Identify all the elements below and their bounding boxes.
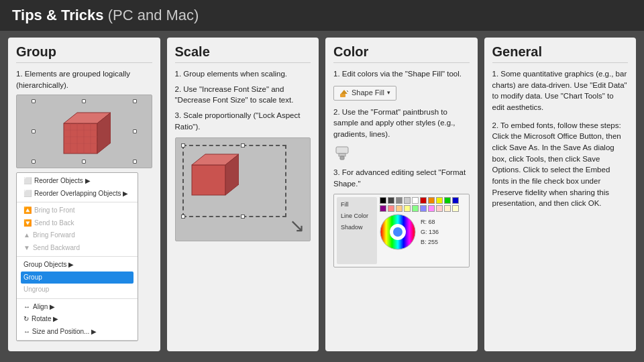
handle-tm: [82, 99, 86, 103]
svg-rect-10: [192, 165, 225, 195]
group-card: Group 1. Elements are grouped logically …: [8, 38, 160, 351]
menu-item-reorder-objects: ⬜ Reorder Objects ▶: [21, 175, 133, 188]
menu-section-reorder: ⬜ Reorder Objects ▶ ⬜ Reorder Overlappin…: [17, 173, 138, 202]
title-subtitle: (PC and Mac): [104, 7, 199, 23]
scale-text3: 3. Scale proportionally ("Lock Aspect Ra…: [175, 110, 311, 132]
scale-arrow-icon: ↘: [289, 217, 305, 235]
scale-image-preview: ↘: [175, 137, 311, 241]
paintbrush-wrapper: [333, 144, 470, 165]
menu-item-reorder-overlapping: ⬜ Reorder Overlapping Objects ▶: [21, 188, 133, 200]
handle-ml: [32, 129, 36, 133]
scale-text2: 2. Use "Increase Font Size" and "Decreas…: [175, 84, 311, 106]
group-card-body: 1. Elements are grouped logically (hiera…: [16, 68, 152, 345]
color-card-body: 1. Edit colors via the "Shape Fill" tool…: [333, 68, 470, 345]
svg-rect-0: [64, 123, 97, 154]
dialog-shadow-item: Shadow: [339, 222, 375, 233]
shape-fill-button[interactable]: Shape Fill ▾: [333, 86, 396, 101]
scale-handle-bl: [181, 215, 185, 219]
handle-tr: [133, 99, 137, 103]
svg-line-15: [347, 90, 348, 92]
dialog-sidebar: Fill Line Color Shadow: [337, 197, 377, 264]
dialog-fill-item: Fill: [339, 199, 375, 210]
color-card-title: Color: [333, 44, 470, 63]
shape-fill-btn-wrapper: Shape Fill ▾: [333, 84, 470, 104]
handle-tl: [32, 99, 36, 103]
group-card-title: Group: [16, 44, 152, 63]
menu-item-ungroup[interactable]: Ungroup: [21, 284, 133, 296]
context-menu: ⬜ Reorder Objects ▶ ⬜ Reorder Overlappin…: [16, 172, 138, 341]
handle-bl: [32, 160, 36, 164]
handle-br: [133, 160, 137, 164]
handle-mr: [133, 129, 137, 133]
menu-item-group-objects: Group Objects ▶: [21, 259, 133, 272]
dialog-main: R: 68 G: 136 B: 255: [380, 197, 466, 264]
scale-handle-tm: [241, 143, 245, 147]
cards-container: Group 1. Elements are grouped logically …: [0, 31, 644, 358]
color-values: R: 68 G: 136 B: 255: [421, 218, 439, 247]
menu-item-size-position[interactable]: ↔ Size and Position... ▶: [21, 326, 133, 339]
color-text3: 3. For advanced editing select "Format S…: [333, 167, 470, 189]
general-card-title: General: [492, 44, 629, 63]
menu-item-align[interactable]: ↔ Align ▶: [21, 301, 133, 314]
scale-card: Scale 1. Group elements when scaling. 2.…: [167, 38, 319, 351]
title-main: Tips & Tricks: [12, 7, 104, 23]
color-swatches: [380, 197, 466, 212]
svg-rect-17: [339, 154, 345, 156]
svg-rect-13: [340, 94, 345, 97]
general-card: General 1. Some quantitative graphics (e…: [484, 38, 637, 351]
menu-item-bring-forward[interactable]: ▲ Bring Forward: [21, 229, 133, 242]
paintbrush-icon: [333, 144, 351, 162]
page-wrapper: Tips & Tricks (PC and Mac) Group 1. Elem…: [0, 0, 644, 358]
scale-card-body: 1. Group elements when scaling. 2. Use "…: [175, 68, 311, 345]
group-shape-preview: [16, 95, 152, 168]
page-title: Tips & Tricks (PC and Mac): [12, 7, 199, 24]
color-text1: 1. Edit colors via the "Shape Fill" tool…: [333, 68, 470, 80]
scale-handle-tl: [181, 143, 185, 147]
menu-section-position: ↔ Align ▶ ↻ Rotate ▶ ↔ Size and Position…: [17, 299, 138, 341]
menu-item-group[interactable]: Group: [21, 272, 133, 284]
menu-item-send-backward[interactable]: ▼ Send Backward: [21, 242, 133, 255]
menu-item-rotate[interactable]: ↻ Rotate ▶: [21, 313, 133, 326]
color-wheel-row: R: 68 G: 136 B: 255: [380, 214, 466, 251]
svg-point-21: [392, 227, 403, 237]
svg-rect-16: [336, 147, 348, 154]
menu-item-bring-front[interactable]: 🔼 Bring to Front: [21, 204, 133, 217]
menu-item-send-back[interactable]: 🔽 Send to Back: [21, 217, 133, 230]
color-text2: 2. Use the "Format" paintbrush to sample…: [333, 107, 470, 140]
paint-bucket-icon: [339, 88, 349, 98]
dialog-line-item: Line Color: [339, 210, 375, 222]
scale-text1: 1. Group elements when scaling.: [175, 68, 311, 80]
svg-rect-18: [340, 156, 344, 160]
scale-handle-bm: [241, 215, 245, 219]
color-card: Color 1. Edit colors via the "Shape Fill…: [325, 38, 478, 351]
general-card-body: 1. Some quantitative graphics (e.g., bar…: [492, 68, 629, 345]
general-text1: 1. Some quantitative graphics (e.g., bar…: [492, 68, 629, 113]
scale-card-title: Scale: [175, 44, 311, 63]
group-text1: 1. Elements are grouped logically (hiera…: [16, 68, 152, 90]
svg-marker-14: [341, 90, 347, 94]
box-3d-svg: [57, 105, 111, 158]
page-header: Tips & Tricks (PC and Mac): [0, 0, 644, 31]
general-text2: 2. To embed fonts, follow these steps: C…: [492, 120, 629, 209]
color-wheel-svg: [380, 214, 417, 251]
format-dialog: Fill Line Color Shadow: [333, 194, 470, 267]
menu-section-reorder-sub: 🔼 Bring to Front 🔽 Send to Back ▲ Bring …: [17, 202, 138, 257]
scale-box-svg: [185, 146, 239, 200]
handle-bm: [82, 160, 86, 164]
menu-section-group: Group Objects ▶ Group Ungroup: [17, 257, 138, 299]
